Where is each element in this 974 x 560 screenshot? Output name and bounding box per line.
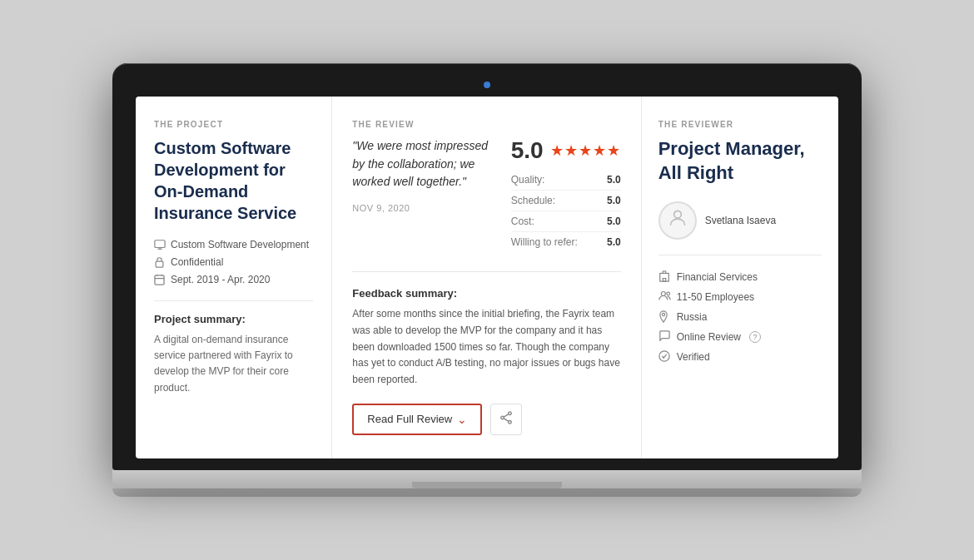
svg-point-20 [667, 292, 670, 295]
project-title: Custom Software Development for On-Deman… [154, 137, 313, 224]
reviewer-meta-verified: Verified [658, 350, 822, 363]
score-row-refer: Willing to refer: 5.0 [511, 236, 621, 252]
svg-rect-4 [155, 275, 164, 285]
svg-point-13 [673, 211, 681, 219]
project-summary-text: A digital on-demand insurance service pa… [154, 332, 313, 396]
laptop-container: THE PROJECT Custom Software Development … [112, 63, 862, 497]
svg-point-9 [509, 421, 512, 424]
help-icon: ? [749, 331, 761, 343]
cost-value: 5.0 [607, 216, 621, 227]
review-column: THE REVIEW "We were most impressed by th… [332, 97, 641, 458]
project-summary-label: Project summary: [154, 313, 313, 325]
person-icon [667, 207, 688, 234]
feedback-section: Feedback summary: After some months sinc… [352, 287, 620, 389]
chat-icon [658, 330, 671, 343]
calendar-icon [154, 274, 166, 285]
avatar [658, 201, 697, 240]
meta-item-date: Sept. 2019 - Apr. 2020 [154, 274, 313, 285]
review-quote: "We were most impressed by the collabora… [352, 137, 494, 191]
schedule-value: 5.0 [607, 195, 621, 206]
chevron-down-icon: ⌄ [457, 413, 467, 426]
verified-text: Verified [677, 351, 710, 363]
refer-label: Willing to refer: [511, 236, 578, 248]
score-row-schedule: Schedule: 5.0 [511, 195, 621, 211]
users-icon [658, 290, 671, 303]
review-top: "We were most impressed by the collabora… [352, 137, 620, 272]
feedback-text: After some months since the initial brie… [352, 306, 620, 389]
score-row-cost: Cost: 5.0 [511, 216, 621, 232]
project-column: THE PROJECT Custom Software Development … [136, 97, 332, 458]
reviewer-info-name: Svetlana Isaeva [705, 215, 776, 226]
reviewer-meta-employees: 11-50 Employees [658, 290, 822, 303]
read-full-review-button[interactable]: Read Full Review ⌄ [352, 404, 482, 435]
review-actions: Read Full Review ⌄ [352, 404, 620, 435]
score-number: 5.0 [511, 137, 544, 164]
reviewer-meta-list: Financial Services 1 [658, 270, 822, 363]
review-section-label: THE REVIEW [352, 120, 620, 129]
laptop-base [112, 470, 862, 488]
project-section-label: THE PROJECT [154, 120, 313, 129]
reviewer-meta-location: Russia [658, 310, 822, 323]
reviewer-column: THE REVIEWER Project Manager, All Right [642, 97, 838, 458]
check-circle-icon [658, 350, 671, 363]
svg-line-11 [504, 414, 509, 417]
monitor-icon [154, 239, 166, 250]
quality-value: 5.0 [607, 174, 621, 186]
svg-point-22 [659, 351, 669, 361]
review-type-text: Online Review [677, 331, 741, 343]
laptop-foot [112, 488, 862, 497]
share-button[interactable] [490, 404, 522, 435]
review-card: THE PROJECT Custom Software Development … [136, 97, 838, 458]
svg-point-10 [501, 417, 504, 420]
meta-item-confidential: Confidential [154, 256, 313, 268]
location-text: Russia [677, 311, 708, 323]
meta-confidential-text: Confidential [171, 256, 223, 268]
reviewer-section-label: THE REVIEWER [658, 120, 822, 129]
reviewer-meta-industry: Financial Services [658, 270, 822, 283]
stars-icon: ★★★★★ [550, 141, 621, 160]
schedule-label: Schedule: [511, 195, 555, 206]
svg-point-8 [509, 412, 512, 415]
svg-point-19 [661, 292, 665, 296]
svg-point-21 [662, 314, 664, 316]
industry-text: Financial Services [677, 271, 758, 283]
reviewer-title: Project Manager, All Right [658, 137, 822, 185]
employees-text: 11-50 Employees [677, 291, 754, 303]
laptop-bezel: THE PROJECT Custom Software Development … [112, 63, 862, 470]
meta-item-category: Custom Software Development [154, 239, 313, 250]
refer-value: 5.0 [607, 236, 621, 248]
svg-rect-14 [659, 274, 668, 282]
cost-label: Cost: [511, 216, 534, 227]
laptop-camera [484, 82, 490, 88]
svg-line-12 [504, 419, 509, 421]
read-review-label: Read Full Review [367, 413, 452, 425]
share-icon [499, 411, 513, 427]
project-divider [154, 300, 313, 301]
review-date: NOV 9, 2020 [352, 203, 494, 213]
building-icon [658, 270, 671, 283]
laptop-screen: THE PROJECT Custom Software Development … [136, 97, 838, 458]
location-icon [658, 310, 671, 323]
score-row-quality: Quality: 5.0 [511, 174, 621, 191]
reviewer-meta-review-type: Online Review ? [658, 330, 822, 343]
meta-date-text: Sept. 2019 - Apr. 2020 [171, 274, 270, 285]
quality-label: Quality: [511, 174, 545, 186]
feedback-label: Feedback summary: [352, 287, 620, 300]
svg-rect-18 [663, 279, 666, 282]
project-meta-list: Custom Software Development Confidential [154, 239, 313, 285]
svg-rect-3 [156, 261, 163, 267]
meta-category-text: Custom Software Development [171, 239, 309, 250]
score-main: 5.0 ★★★★★ [511, 137, 621, 164]
review-text-section: "We were most impressed by the collabora… [352, 137, 494, 256]
reviewer-profile: Svetlana Isaeva [658, 201, 822, 255]
svg-rect-0 [155, 240, 165, 248]
lock-icon [154, 256, 166, 268]
review-scores: 5.0 ★★★★★ Quality: 5.0 Schedule: 5.0 [511, 137, 621, 256]
